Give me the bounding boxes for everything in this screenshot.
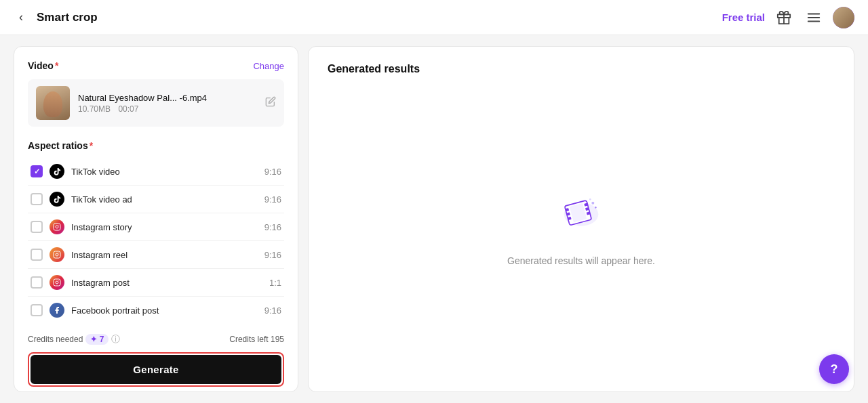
checkbox-tiktok-video[interactable] [31,165,43,177]
info-icon[interactable]: ⓘ [111,333,120,345]
aspect-item-instagram-reel[interactable]: Instagram reel 9:16 [28,241,284,269]
svg-point-23 [591,201,594,204]
video-section-header: Video* Change [28,60,284,71]
aspect-item-instagram-story[interactable]: Instagram story 9:16 [28,213,284,241]
avatar[interactable] [833,7,854,28]
credits-footer: Credits needed ✦ 7 ⓘ Credits left 195 [28,326,284,345]
edit-video-icon[interactable] [265,96,276,110]
left-panel: Video* Change Natural Eyeshadow Pal... -… [14,46,298,392]
generate-button[interactable]: Generate [31,355,281,384]
main-content: Video* Change Natural Eyeshadow Pal... -… [0,35,868,403]
svg-point-9 [56,253,58,256]
svg-point-24 [595,207,597,209]
aspect-item-tiktok-video[interactable]: TikTok video 9:16 [28,158,284,186]
svg-rect-8 [54,251,60,258]
instagram-post-icon [50,275,64,290]
aspect-ratio-tiktok-video-ad: 9:16 [264,194,281,205]
results-placeholder: Generated results will appear here. [328,75,835,375]
credits-needed-label: Credits needed [28,335,83,344]
svg-point-25 [589,198,591,200]
credits-needed: Credits needed ✦ 7 ⓘ [28,333,120,345]
checkbox-facebook-portrait[interactable] [31,304,43,316]
aspect-ratio-facebook-portrait: 9:16 [264,305,281,316]
aspect-item-instagram-post[interactable]: Instagram post 1:1 [28,269,284,297]
svg-point-10 [58,253,59,253]
video-thumbnail [36,86,70,120]
facebook-portrait-icon [50,303,64,318]
page-title: Smart crop [37,11,98,24]
menu-icon[interactable] [803,7,825,28]
checkbox-instagram-reel[interactable] [31,249,43,261]
aspect-name-instagram-story: Instagram story [71,222,258,232]
aspect-ratios-label: Aspect ratios* [28,140,284,151]
top-nav: ‹ Smart crop Free trial [0,0,868,35]
video-meta: 10.70MB 00:07 [78,104,257,114]
svg-point-12 [56,281,58,284]
aspect-ratio-list: TikTok video 9:16 TikTok video ad 9:16 [28,158,284,324]
film-icon-wrapper [554,185,608,242]
change-button[interactable]: Change [253,61,284,71]
video-card: Natural Eyeshadow Pal... -6.mp4 10.70MB … [28,79,284,127]
placeholder-text: Generated results will appear here. [507,255,655,266]
checkbox-instagram-post[interactable] [31,276,43,289]
required-marker: * [55,60,58,71]
svg-rect-11 [54,279,60,286]
aspect-item-tiktok-video-ad[interactable]: TikTok video ad 9:16 [28,186,284,213]
instagram-story-icon [50,219,64,234]
gift-icon[interactable] [773,7,795,28]
video-label: Video* [28,60,58,71]
free-trial-link[interactable]: Free trial [722,12,765,23]
aspect-name-tiktok-video-ad: TikTok video ad [71,194,258,205]
aspect-ratio-instagram-reel: 9:16 [264,250,281,260]
film-placeholder-icon [554,185,608,239]
instagram-reel-icon [50,247,64,262]
checkbox-instagram-story[interactable] [31,221,43,233]
tiktok-icon [50,164,64,179]
right-panel: Generated results [308,46,854,392]
back-button[interactable]: ‹ [14,7,28,27]
help-button[interactable]: ? [819,354,849,384]
aspect-ratio-instagram-post: 1:1 [269,278,281,288]
svg-point-7 [58,225,59,226]
svg-point-6 [56,226,58,228]
credits-left: Credits left 195 [229,335,284,344]
tiktok-ad-icon [50,192,64,207]
video-size: 10.70MB [78,104,111,114]
video-name: Natural Eyeshadow Pal... -6.mp4 [78,93,257,103]
credits-badge: ✦ 7 [85,334,108,345]
generate-button-wrapper: Generate [28,352,284,387]
aspect-required-marker: * [90,140,93,151]
aspect-ratio-instagram-story: 9:16 [264,222,281,232]
aspect-name-instagram-reel: Instagram reel [71,250,258,260]
credits-left-value: 195 [271,335,284,344]
aspect-item-facebook-portrait[interactable]: Facebook portrait post 9:16 [28,297,284,324]
results-title: Generated results [328,63,420,75]
checkbox-tiktok-video-ad[interactable] [31,193,43,205]
aspect-name-facebook-portrait: Facebook portrait post [71,305,258,316]
video-duration: 00:07 [118,104,138,114]
svg-rect-5 [54,224,60,230]
aspect-name-tiktok-video: TikTok video [71,167,258,177]
video-info: Natural Eyeshadow Pal... -6.mp4 10.70MB … [78,93,257,114]
aspect-ratio-tiktok-video: 9:16 [264,167,281,177]
svg-point-13 [58,280,59,281]
aspect-name-instagram-post: Instagram post [71,278,262,288]
